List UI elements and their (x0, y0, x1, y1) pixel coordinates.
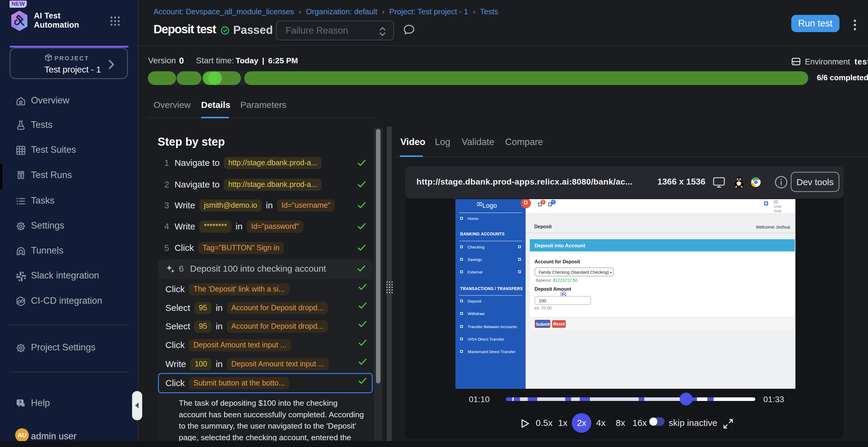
svg-text:?: ? (19, 400, 22, 405)
